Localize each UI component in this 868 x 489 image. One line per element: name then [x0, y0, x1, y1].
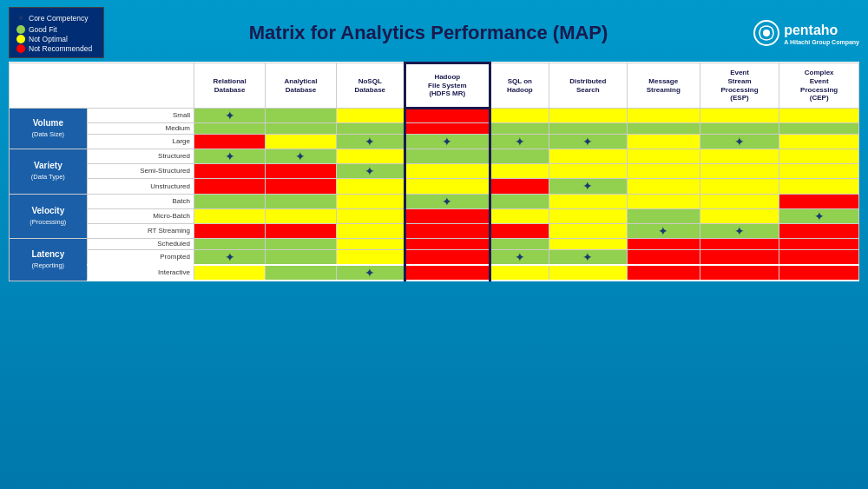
data-cell [779, 223, 859, 238]
data-cell [194, 123, 265, 135]
data-cell [779, 194, 859, 208]
data-cell [549, 123, 627, 135]
data-cell: ✦ [549, 134, 627, 149]
page-title: Matrix for Analytics Performance (MAP) [104, 22, 753, 44]
data-cell [266, 223, 336, 238]
star-icon: ✦ [814, 210, 825, 222]
main-container: ✦ Core Competency Good Fit Not Optimal N… [0, 0, 868, 489]
data-cell [490, 164, 549, 179]
data-cell [404, 164, 490, 179]
data-cell: ✦ [700, 223, 779, 238]
data-cell [490, 194, 549, 208]
legend-box: ✦ Core Competency Good Fit Not Optimal N… [9, 7, 104, 58]
data-cell [490, 239, 549, 250]
data-cell: ✦ [404, 194, 490, 208]
logo-sub: A Hitachi Group Company [784, 39, 859, 45]
data-cell: ✦ [336, 265, 404, 281]
star-icon: ✦ [734, 135, 745, 148]
star-icon: ✦ [582, 251, 593, 263]
col-header-msg-stream: MessageStreaming [627, 63, 700, 109]
data-cell [404, 223, 490, 238]
table-row: Volume(Data Size)Small✦ [10, 109, 859, 123]
data-cell [627, 179, 700, 194]
data-cell [490, 149, 549, 163]
data-cell [266, 239, 336, 250]
star-icon: ✦ [515, 135, 525, 148]
data-cell [700, 265, 779, 281]
data-cell [404, 239, 490, 250]
data-cell: ✦ [779, 208, 859, 223]
star-icon: ✦ [734, 225, 745, 237]
data-cell [266, 208, 336, 223]
data-cell [490, 179, 549, 194]
star-icon: ✦ [442, 195, 452, 208]
data-cell: ✦ [549, 249, 627, 265]
table-row: Prompted✦✦✦ [10, 249, 859, 265]
star-icon: ✦ [225, 251, 235, 263]
title-area: Matrix for Analytics Performance (MAP) [104, 22, 753, 44]
data-cell [700, 239, 779, 250]
data-cell [404, 208, 490, 223]
data-cell: ✦ [194, 109, 265, 123]
data-cell [779, 265, 859, 281]
data-cell [194, 239, 265, 250]
data-cell [700, 109, 779, 123]
star-icon: ✦ [582, 180, 593, 192]
data-cell [627, 149, 700, 163]
data-cell [404, 265, 490, 281]
col-header-cep: ComplexEventProcessing(CEP) [779, 63, 859, 109]
group-velocity: Velocity(Processing) [10, 194, 88, 239]
data-cell [627, 123, 700, 135]
row-label: Small [87, 109, 194, 123]
data-cell: ✦ [490, 134, 549, 149]
data-cell [627, 208, 700, 223]
data-cell [490, 123, 549, 135]
data-cell [194, 223, 265, 238]
star-icon: ✦ [225, 150, 235, 162]
data-cell [779, 239, 859, 250]
data-cell [266, 134, 336, 149]
data-cell [627, 164, 700, 179]
row-label: Medium [87, 123, 194, 135]
data-cell [194, 134, 265, 149]
data-cell: ✦ [490, 249, 549, 265]
row-label: Batch [87, 194, 194, 208]
data-cell [549, 149, 627, 163]
data-cell [336, 149, 404, 163]
table-row: Semi-Structured✦ [10, 164, 859, 179]
star-icon: ✦ [225, 109, 235, 122]
row-label: Structured [87, 149, 194, 163]
data-cell [194, 164, 265, 179]
group-volume: Volume(Data Size) [10, 109, 88, 149]
row-label: Scheduled [87, 239, 194, 250]
data-cell [549, 164, 627, 179]
data-cell [700, 164, 779, 179]
data-cell [627, 194, 700, 208]
star-icon: ✦ [365, 135, 375, 148]
data-cell [266, 194, 336, 208]
star-icon: ✦ [515, 251, 525, 263]
table-row: Micro-Batch✦ [10, 208, 859, 223]
data-cell: ✦ [336, 164, 404, 179]
data-cell [779, 179, 859, 194]
data-cell [336, 194, 404, 208]
data-cell [336, 223, 404, 238]
header-row: ✦ Core Competency Good Fit Not Optimal N… [9, 7, 859, 58]
data-cell [549, 109, 627, 123]
row-label: Large [87, 134, 194, 149]
legend-notoptimal-dot [16, 35, 25, 43]
group-latency: Latency(Reporting) [10, 239, 88, 281]
legend-notoptimal: Not Optimal [16, 35, 96, 43]
data-cell [336, 239, 404, 250]
empty-header [10, 63, 194, 109]
data-cell [266, 265, 336, 281]
data-cell [700, 179, 779, 194]
data-cell [266, 164, 336, 179]
logo-area: pentaho A Hitachi Group Company [753, 19, 859, 47]
data-cell [549, 194, 627, 208]
row-label: Micro-Batch [87, 208, 194, 223]
col-header-hadoop: HadoopFile System(HDFS MR) [404, 63, 490, 109]
data-cell: ✦ [549, 179, 627, 194]
table-row: Velocity(Processing)Batch✦ [10, 194, 859, 208]
data-cell: ✦ [404, 134, 490, 149]
